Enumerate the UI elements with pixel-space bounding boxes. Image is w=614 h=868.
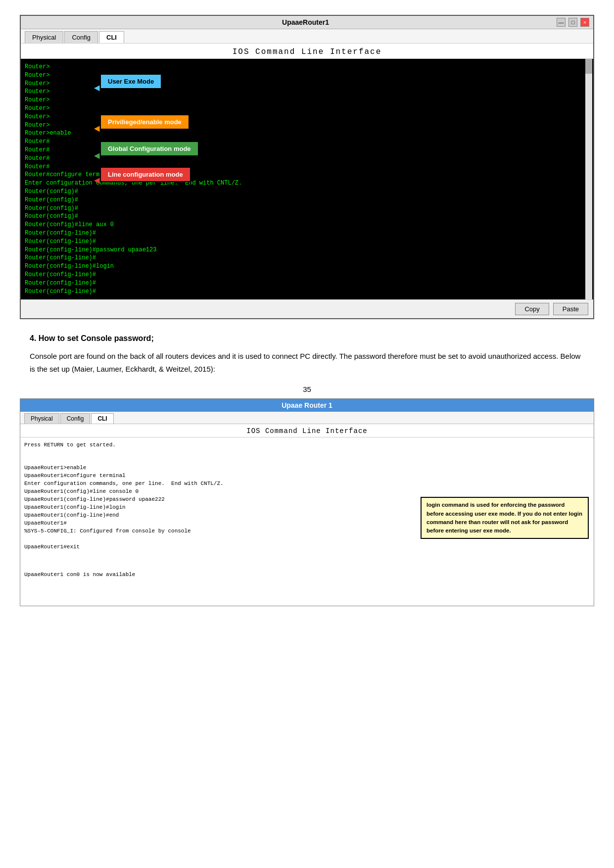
line-config-callout: Line configuration mode <box>100 167 191 182</box>
bottom-window-title: Upaae Router 1 <box>282 401 332 409</box>
priv-enable-callout: Privilieged/enable mode <box>100 114 189 130</box>
global-config-arrow: ◄ <box>94 150 100 162</box>
bottom-router-window: Upaae Router 1 Physical Config CLI IOS C… <box>20 398 594 606</box>
bottom-callout: login command is used for enforcing the … <box>421 497 589 539</box>
user-exe-arrow: ◄ <box>94 83 100 94</box>
bottom-tab-physical[interactable]: Physical <box>24 413 59 424</box>
top-cli-area[interactable]: Router> Router> Router> Router> Router> … <box>21 59 593 299</box>
top-section-title: IOS Command Line Interface <box>21 44 593 59</box>
priv-enable-arrow: ◄ <box>94 123 100 135</box>
top-window-controls: — □ × <box>557 18 589 27</box>
paste-button[interactable]: Paste <box>553 303 588 315</box>
tab-cli[interactable]: CLI <box>99 31 124 43</box>
page-number: 35 <box>0 385 614 393</box>
section-heading: 4. How to set Console password; <box>30 334 584 343</box>
bottom-cli-area[interactable]: Press RETURN to get started. UpaaeRouter… <box>20 437 594 606</box>
bottom-tabs: Physical Config CLI <box>20 412 594 424</box>
bottom-cli-bottom: UpaaeRouter1 con0 is now available <box>24 571 590 579</box>
close-button[interactable]: × <box>580 18 589 27</box>
scrollbar-thumb[interactable] <box>585 59 592 74</box>
copy-button[interactable]: Copy <box>515 303 549 315</box>
top-window-title: UpaaeRouter1 <box>54 18 557 26</box>
tab-physical[interactable]: Physical <box>25 31 63 43</box>
minimize-button[interactable]: — <box>557 18 566 27</box>
line-config-arrow: ◄ <box>94 175 100 187</box>
top-titlebar: UpaaeRouter1 — □ × <box>21 16 593 29</box>
bottom-tab-cli[interactable]: CLI <box>91 413 113 424</box>
bottom-section-title: IOS Command Line Interface <box>20 424 594 437</box>
scrollbar[interactable] <box>585 59 592 299</box>
maximize-button[interactable]: □ <box>568 18 577 27</box>
bottom-cli-top: Press RETURN to get started. <box>24 441 590 449</box>
tab-config[interactable]: Config <box>64 31 98 43</box>
bottom-titlebar: Upaae Router 1 <box>20 399 594 412</box>
global-config-callout: Global Configuration mode <box>100 141 199 156</box>
top-router-window: UpaaeRouter1 — □ × Physical Config CLI I… <box>20 15 594 319</box>
bottom-tab-config[interactable]: Config <box>60 413 91 424</box>
section-paragraph: Console port are found on the back of al… <box>30 350 584 375</box>
user-exe-callout: User Exe Mode <box>100 74 162 89</box>
body-section: 4. How to set Console password; Console … <box>30 334 584 375</box>
top-cli-footer: Copy Paste <box>21 299 593 318</box>
top-tabs: Physical Config CLI <box>21 29 593 44</box>
